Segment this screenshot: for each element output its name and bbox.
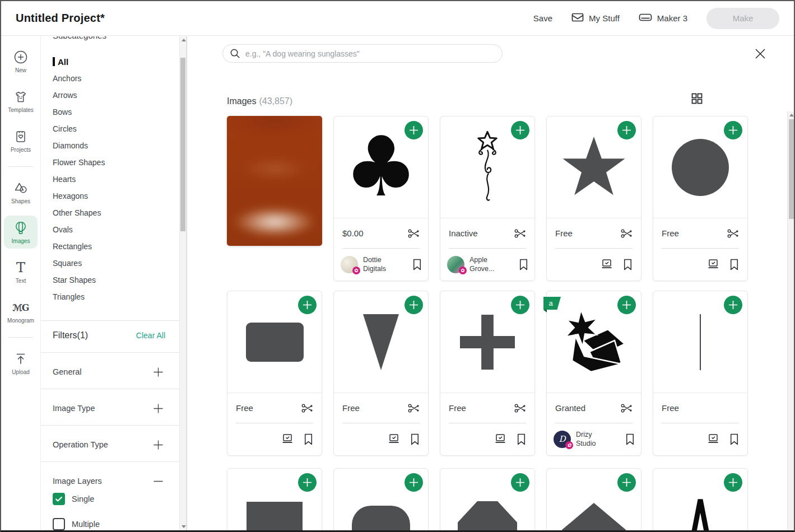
scroll-up-arrow[interactable] bbox=[789, 114, 794, 116]
subcategory-ovals[interactable]: Ovals bbox=[41, 221, 179, 238]
clear-all-link[interactable]: Clear All bbox=[136, 331, 165, 340]
image-preview[interactable] bbox=[227, 291, 322, 393]
add-to-canvas-button[interactable] bbox=[511, 121, 529, 139]
cut-image-button[interactable] bbox=[301, 402, 313, 414]
subcategory-bows[interactable]: Bows bbox=[41, 104, 179, 120]
panel-scrollbar-thumb[interactable] bbox=[180, 58, 185, 231]
promoted-image-card[interactable] bbox=[227, 116, 322, 246]
main-scrollbar-thumb[interactable] bbox=[789, 119, 794, 219]
filter-section-image-type[interactable]: Image Type bbox=[53, 400, 164, 417]
cut-image-button[interactable] bbox=[407, 227, 420, 240]
scroll-up-arrow[interactable] bbox=[182, 39, 186, 41]
bookmark-icon[interactable] bbox=[304, 433, 313, 445]
single-checkbox[interactable] bbox=[53, 493, 65, 505]
add-to-canvas-button[interactable] bbox=[511, 473, 529, 492]
panel-scrollbar[interactable] bbox=[179, 36, 187, 530]
sidebar-item-images[interactable]: Images bbox=[4, 216, 38, 249]
image-card[interactable]: ♣$0.00✿Dottie Digitals bbox=[333, 116, 429, 281]
image-preview[interactable] bbox=[334, 291, 428, 393]
subcategory-diamonds[interactable]: Diamonds bbox=[41, 137, 179, 154]
cut-image-button[interactable] bbox=[727, 227, 739, 240]
sidebar-item-projects[interactable]: Projects bbox=[4, 124, 38, 157]
image-preview[interactable] bbox=[334, 469, 428, 532]
add-to-canvas-button[interactable] bbox=[511, 296, 529, 314]
multiple-checkbox[interactable] bbox=[53, 518, 65, 530]
preview-on-mat-icon[interactable] bbox=[387, 433, 401, 445]
preview-on-mat-icon[interactable] bbox=[706, 433, 720, 445]
my-stuff-button[interactable]: My Stuff bbox=[571, 12, 620, 24]
grid-view-icon[interactable] bbox=[691, 93, 703, 106]
author-name[interactable]: Dottie Digitals bbox=[363, 255, 399, 274]
subcategory-circles[interactable]: Circles bbox=[41, 120, 179, 137]
sidebar-item-shapes[interactable]: Shapes bbox=[4, 176, 38, 209]
add-to-canvas-button[interactable] bbox=[405, 473, 423, 492]
image-preview[interactable] bbox=[227, 469, 322, 532]
expand-icon[interactable] bbox=[153, 367, 164, 377]
image-preview[interactable] bbox=[440, 116, 534, 218]
add-to-canvas-button[interactable] bbox=[724, 121, 742, 139]
image-preview[interactable] bbox=[653, 469, 747, 532]
bookmark-icon[interactable] bbox=[519, 259, 528, 270]
cut-image-button[interactable] bbox=[620, 402, 633, 414]
add-to-canvas-button[interactable] bbox=[724, 296, 742, 314]
image-card[interactable]: Free bbox=[653, 116, 748, 281]
sidebar-item-monogram[interactable]: ℳGMonogram bbox=[4, 295, 38, 328]
bookmark-icon[interactable] bbox=[410, 433, 420, 445]
image-card[interactable] bbox=[333, 468, 429, 532]
machine-select-button[interactable]: Maker 3 bbox=[639, 13, 687, 24]
image-card[interactable] bbox=[653, 468, 748, 532]
bookmark-icon[interactable] bbox=[517, 433, 526, 445]
subcategory-triangles[interactable]: Triangles bbox=[41, 288, 179, 305]
author-avatar[interactable]: ✿ bbox=[447, 256, 464, 273]
image-card[interactable] bbox=[546, 468, 641, 532]
image-preview[interactable] bbox=[547, 116, 641, 218]
bookmark-icon[interactable] bbox=[729, 433, 739, 445]
subcategory-squares[interactable]: Squares bbox=[41, 255, 179, 272]
author-avatar[interactable]: ✿ bbox=[341, 256, 358, 273]
bookmark-icon[interactable] bbox=[729, 259, 739, 270]
subcategory-star-shapes[interactable]: Star Shapes bbox=[41, 272, 179, 288]
subcategory-flower-shapes[interactable]: Flower Shapes bbox=[41, 154, 179, 171]
subcategory-arrows[interactable]: Arrows bbox=[41, 87, 179, 104]
image-preview[interactable] bbox=[440, 469, 534, 532]
subcategory-other-shapes[interactable]: Other Shapes bbox=[41, 204, 179, 221]
image-preview[interactable] bbox=[547, 469, 641, 532]
author-name[interactable]: Drizy Studio bbox=[576, 430, 612, 449]
subcategory-rectangles[interactable]: Rectangles bbox=[41, 238, 179, 255]
search-input[interactable] bbox=[245, 49, 495, 58]
image-preview[interactable]: ♣ bbox=[334, 116, 428, 218]
add-to-canvas-button[interactable] bbox=[298, 296, 317, 314]
add-to-canvas-button[interactable] bbox=[724, 473, 742, 492]
add-to-canvas-button[interactable] bbox=[617, 473, 636, 492]
add-to-canvas-button[interactable] bbox=[405, 296, 423, 314]
filter-section-operation-type[interactable]: Operation Type bbox=[53, 436, 164, 453]
add-to-canvas-button[interactable] bbox=[405, 121, 423, 139]
add-to-canvas-button[interactable] bbox=[617, 121, 636, 139]
add-to-canvas-button[interactable] bbox=[298, 473, 317, 492]
preview-on-mat-icon[interactable] bbox=[494, 433, 507, 445]
sidebar-item-templates[interactable]: Templates bbox=[4, 85, 38, 118]
cut-image-button[interactable] bbox=[407, 402, 420, 414]
author-avatar[interactable]: D✿ bbox=[554, 431, 571, 448]
subcategory-hearts[interactable]: Hearts bbox=[41, 171, 179, 188]
image-card[interactable] bbox=[440, 468, 535, 532]
cut-image-button[interactable] bbox=[620, 227, 633, 240]
scroll-down-arrow[interactable] bbox=[182, 525, 186, 528]
subcategory-all[interactable]: All bbox=[41, 53, 179, 70]
image-card[interactable]: Inactive✿Apple Grove... bbox=[440, 116, 535, 281]
preview-on-mat-icon[interactable] bbox=[281, 433, 294, 445]
close-icon[interactable] bbox=[754, 48, 766, 60]
sidebar-item-text[interactable]: TText bbox=[4, 255, 38, 288]
sidebar-item-upload[interactable]: Upload bbox=[4, 347, 38, 380]
subcategory-anchors[interactable]: Anchors bbox=[41, 70, 179, 87]
save-button[interactable]: Save bbox=[533, 13, 552, 23]
image-card[interactable] bbox=[227, 468, 322, 532]
add-to-canvas-button[interactable] bbox=[617, 296, 636, 314]
sidebar-item-new[interactable]: New bbox=[4, 45, 38, 78]
image-preview[interactable] bbox=[440, 291, 534, 393]
image-card[interactable]: Free bbox=[546, 116, 641, 281]
image-card[interactable]: Free bbox=[440, 291, 535, 456]
cut-image-button[interactable] bbox=[514, 227, 526, 240]
main-scrollbar[interactable] bbox=[787, 111, 795, 530]
image-card[interactable]: Free bbox=[227, 291, 322, 456]
